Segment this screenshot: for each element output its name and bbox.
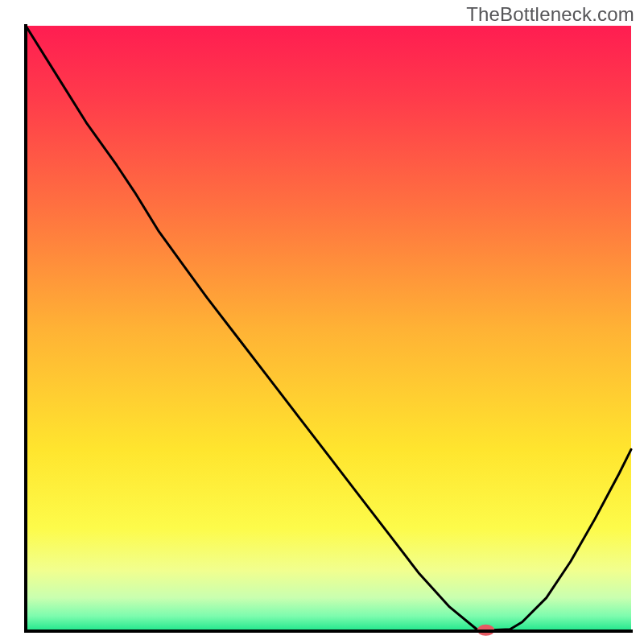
chart-frame: TheBottleneck.com xyxy=(0,0,644,644)
gradient-background xyxy=(26,26,631,631)
bottleneck-chart xyxy=(0,0,644,644)
